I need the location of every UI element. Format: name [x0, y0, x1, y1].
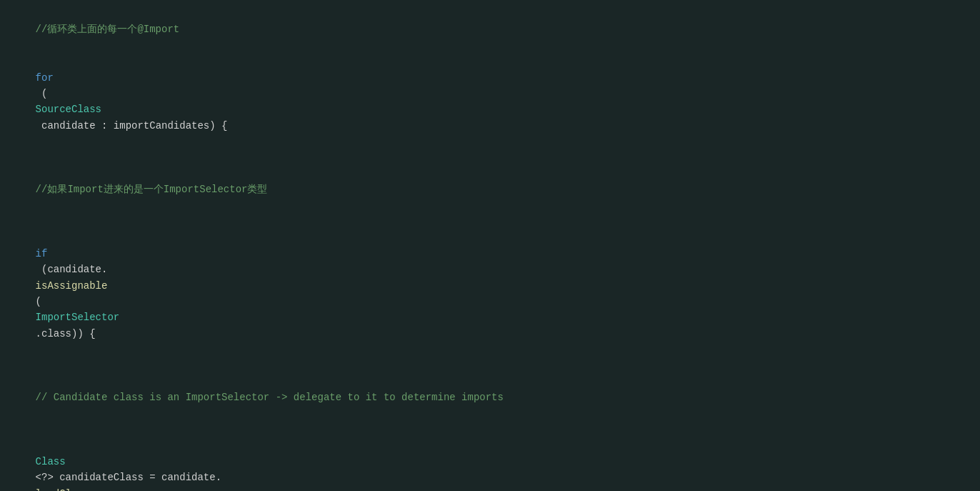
type-importSelector: ImportSelector [36, 312, 120, 323]
keyword-for: for [36, 72, 54, 84]
plain-4c: .class)) { [36, 328, 96, 339]
indent-5 [36, 376, 84, 387]
code-line-4: if (candidate. isAssignable ( ImportSele… [11, 214, 969, 358]
plain-2: candidate : importCandidates) { [36, 120, 228, 132]
plain-6: <?> candidateClass = candidate. [36, 472, 221, 483]
code-line-6: Class <?> candidateClass = candidate. lo… [11, 422, 969, 491]
keyword-if-1: if [36, 248, 48, 259]
comment-5: // Candidate class is an ImportSelector … [36, 392, 504, 403]
code-line-3: //如果Import进来的是一个ImportSelector类型 [11, 150, 969, 214]
comment-1: //循环类上面的每一个@Import [36, 24, 180, 35]
plain-4: (candidate. [36, 264, 108, 275]
type-sourceclass: SourceClass [36, 104, 101, 115]
plain-1: ( [36, 88, 48, 99]
code-line-5: // Candidate class is an ImportSelector … [11, 358, 969, 422]
method-isAssignable: isAssignable [36, 280, 108, 292]
indent-3 [36, 168, 60, 179]
indent-4 [36, 232, 60, 243]
indent-6 [36, 440, 84, 452]
code-line-1: //循环类上面的每一个@Import [11, 6, 969, 54]
comment-3: //如果Import进来的是一个ImportSelector类型 [36, 184, 268, 195]
type-class: Class [36, 456, 66, 467]
plain-4b: ( [36, 296, 41, 307]
code-line-2: for ( SourceClass candidate : importCand… [11, 54, 969, 149]
method-loadClass: loadClass [36, 488, 90, 491]
code-container: //循环类上面的每一个@Import for ( SourceClass can… [0, 0, 980, 491]
